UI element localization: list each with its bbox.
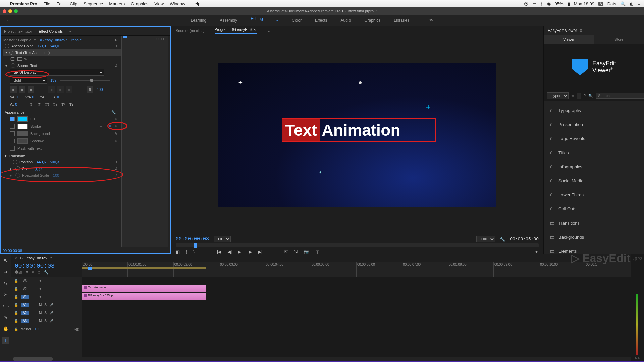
home-icon[interactable]: ⌂ bbox=[7, 18, 9, 23]
clock[interactable]: Mon 18:09 bbox=[574, 1, 594, 6]
menu-file[interactable]: File bbox=[43, 1, 50, 6]
shadow-swatch[interactable] bbox=[17, 138, 28, 144]
text-selected[interactable]: Text bbox=[282, 119, 320, 141]
step-fwd-icon[interactable]: |▶ bbox=[247, 249, 252, 254]
position-x[interactable]: 449,6 bbox=[37, 160, 46, 164]
window-minimize[interactable] bbox=[8, 9, 12, 13]
italic-btn[interactable]: T bbox=[36, 102, 42, 107]
source-tab[interactable]: Source: (no clips) bbox=[176, 28, 205, 33]
program-tab[interactable]: Program: BG easyEdit025 bbox=[215, 27, 258, 34]
hscale-reset[interactable]: ↺ bbox=[114, 173, 117, 178]
text-rest[interactable]: Animation bbox=[320, 121, 400, 139]
window-close[interactable] bbox=[3, 9, 6, 13]
timeline-clips-area[interactable]: Text Animation BG easyEdit025.jpg bbox=[82, 277, 631, 357]
cat-lowerthirds[interactable]: 🗀Lower Thirds bbox=[544, 188, 644, 202]
kerning-val[interactable]: 0 bbox=[32, 95, 34, 99]
marker-icon[interactable]: ▿ bbox=[32, 270, 34, 275]
compare-icon[interactable]: ◫ bbox=[315, 249, 319, 254]
fill-swatch[interactable] bbox=[17, 116, 28, 122]
stroke-add-icon[interactable]: ＋ bbox=[99, 124, 103, 129]
zoom-fit-select[interactable]: Fit bbox=[214, 236, 231, 242]
align-left[interactable]: ≡ bbox=[10, 86, 17, 93]
mask-checkbox[interactable] bbox=[10, 146, 15, 151]
track-select-tool[interactable]: ⇥ bbox=[2, 268, 9, 276]
text-bounding-box[interactable]: Text Animation bbox=[282, 118, 436, 142]
shadow-checkbox[interactable] bbox=[10, 139, 15, 143]
search-input[interactable] bbox=[596, 93, 644, 99]
workspace-overflow[interactable]: ≫ bbox=[429, 18, 433, 22]
background-checkbox[interactable] bbox=[10, 131, 15, 136]
selection-tool[interactable]: ↖ bbox=[2, 257, 9, 264]
program-scrubber[interactable] bbox=[176, 243, 539, 247]
add-pack-icon[interactable]: ＋ bbox=[577, 93, 581, 99]
help-icon[interactable]: ? bbox=[584, 94, 586, 98]
hscale-val[interactable]: 100 bbox=[53, 173, 59, 177]
workspace-graphics[interactable]: Graphics bbox=[364, 18, 380, 23]
source-clip[interactable]: BG easyEdit025 * Graphic bbox=[39, 38, 82, 42]
workspace-editing[interactable]: Editing bbox=[251, 16, 263, 24]
track-a3-header[interactable]: 🔒A3MS🎤 bbox=[11, 317, 82, 325]
menu-edit[interactable]: Edit bbox=[56, 1, 64, 6]
menu-view[interactable]: View bbox=[154, 1, 164, 6]
screencast-icon[interactable]: ⦿ bbox=[524, 1, 528, 6]
menu-sequence[interactable]: Sequence bbox=[84, 1, 103, 6]
stroke-swatch[interactable] bbox=[17, 124, 28, 129]
anchor-y[interactable]: 540,0 bbox=[50, 44, 59, 48]
cat-titles[interactable]: 🗀Titles bbox=[544, 145, 644, 160]
pack-select[interactable]: Hyper bbox=[547, 92, 569, 99]
track-v3-header[interactable]: 🔒V3👁 bbox=[11, 277, 82, 285]
track-v1-header[interactable]: 🔒V1👁 bbox=[11, 293, 82, 301]
position-stopwatch[interactable] bbox=[13, 160, 17, 164]
sourcetext-reset[interactable]: ↺ bbox=[114, 64, 117, 68]
tsume-val[interactable]: 0 bbox=[57, 95, 59, 99]
easyedit-menu-icon[interactable]: ≡ bbox=[580, 28, 582, 33]
smallcaps-btn[interactable]: Tᴛ bbox=[52, 102, 58, 107]
anchor-x[interactable]: 960,0 bbox=[37, 44, 46, 48]
mask-pen-icon[interactable]: ✎ bbox=[24, 57, 27, 61]
workspace-assembly[interactable]: Assembly bbox=[220, 18, 237, 23]
align-right[interactable]: ≡ bbox=[28, 86, 34, 93]
cat-infographics[interactable]: 🗀Infographics bbox=[544, 160, 644, 174]
menu-graphics[interactable]: Graphics bbox=[131, 1, 148, 6]
app-name[interactable]: Premiere Pro bbox=[10, 1, 37, 6]
stroke-eyedropper-icon[interactable]: ✎ bbox=[114, 124, 117, 129]
favorite-icon[interactable]: ☆ bbox=[571, 94, 575, 98]
timeline-ruler[interactable]: :00:00 00:00:01:00 00:00:02:00 00:00:03:… bbox=[82, 262, 631, 277]
position-y[interactable]: 500,3 bbox=[50, 160, 59, 164]
fill-eyedropper-icon[interactable]: ✎ bbox=[114, 117, 117, 121]
allcaps-btn[interactable]: TT bbox=[44, 102, 50, 107]
align-top[interactable]: ≡ bbox=[48, 86, 55, 93]
scale-reset[interactable]: ↺ bbox=[114, 167, 117, 171]
goto-in-icon[interactable]: |◀ bbox=[217, 249, 221, 254]
workspace-audio[interactable]: Audio bbox=[340, 18, 351, 23]
user-badge[interactable]: A bbox=[598, 2, 603, 6]
font-weight-select[interactable]: Bold bbox=[10, 77, 47, 84]
hand-tool[interactable]: ✋ bbox=[2, 325, 9, 333]
sequence-name[interactable]: BG easyEdit025 bbox=[20, 256, 47, 260]
sourcetext-stopwatch[interactable] bbox=[11, 63, 15, 68]
siri-icon[interactable]: ◐ bbox=[630, 1, 633, 6]
anchor-stopwatch[interactable] bbox=[5, 44, 9, 48]
baseline-val[interactable]: 0 bbox=[15, 102, 17, 106]
position-reset[interactable]: ↺ bbox=[114, 160, 117, 164]
workspace-libraries[interactable]: Libraries bbox=[394, 18, 409, 23]
track-a2-header[interactable]: 🔒A2MS🎤 bbox=[11, 309, 82, 317]
slip-tool[interactable]: ⟷ bbox=[2, 302, 9, 310]
appearance-wrench-icon[interactable]: 🔧 bbox=[111, 110, 116, 115]
settings-icon[interactable]: ⚙ bbox=[37, 270, 41, 275]
anchor-reset[interactable]: ↺ bbox=[114, 44, 117, 48]
panel-menu-icon[interactable]: ≡ bbox=[69, 29, 71, 33]
ec-playhead[interactable] bbox=[125, 36, 125, 247]
bold-btn[interactable]: T bbox=[28, 102, 34, 107]
display-icon[interactable]: ▭ bbox=[532, 1, 536, 6]
font-size-slider[interactable] bbox=[60, 80, 110, 81]
scale-stopwatch[interactable] bbox=[15, 166, 20, 171]
track-a1-header[interactable]: 🔒A1MS🎤 bbox=[11, 301, 82, 309]
link-icon[interactable]: ⚭ bbox=[25, 270, 29, 275]
font-size[interactable]: 139 bbox=[50, 78, 56, 82]
ripple-tool[interactable]: ⇆ bbox=[2, 280, 9, 287]
mark-clip-icon[interactable]: } bbox=[193, 249, 195, 254]
user-name[interactable]: Dats bbox=[607, 1, 616, 6]
mask-rect[interactable] bbox=[17, 57, 22, 61]
cat-typography[interactable]: 🗀Typography bbox=[544, 103, 644, 117]
